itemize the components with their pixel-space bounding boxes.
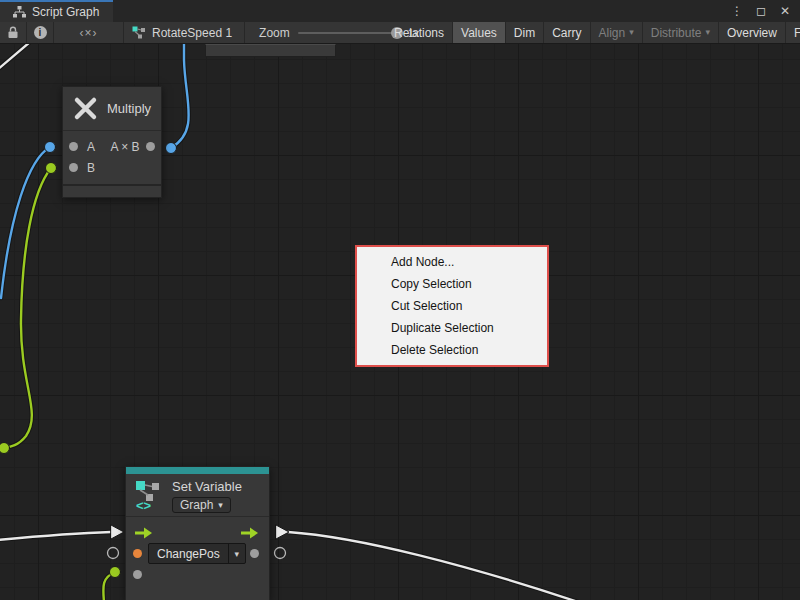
port-label-a: A (87, 140, 95, 154)
lock-icon (7, 26, 19, 39)
variable-name-port[interactable] (133, 549, 142, 558)
title-bar: Script Graph ⋮ ◻ ✕ (0, 0, 800, 22)
set-variable-node[interactable]: <> Set Variable Graph ▾ (125, 466, 270, 600)
variable-kind-dropdown[interactable]: Graph ▾ (172, 497, 231, 513)
graph-toolbar: i ‹×› RotateSpeed 1 Zoom 1x (0, 22, 800, 44)
window-menu-icon[interactable]: ⋮ (730, 0, 744, 22)
overview-button[interactable]: Overview (719, 22, 786, 43)
set-variable-node-footer (125, 587, 270, 600)
values-button[interactable]: Values (453, 22, 506, 43)
menu-item-delete-selection[interactable]: Delete Selection (357, 339, 547, 361)
script-graph-window: Script Graph ⋮ ◻ ✕ i ‹×› (0, 0, 800, 600)
full-screen-button[interactable]: Full Screen (786, 22, 800, 43)
wire-endpoint-blue (45, 142, 56, 153)
tab-title: Script Graph (32, 5, 99, 19)
empty-port-indicator (108, 548, 119, 559)
window-controls: ⋮ ◻ ✕ (730, 0, 800, 22)
align-button[interactable]: Align ▾ (591, 22, 643, 43)
wire-blue-input-a[interactable] (1, 147, 50, 298)
multiply-node-header[interactable]: Multiply (63, 87, 161, 130)
breadcrumb-label: RotateSpeed 1 (152, 26, 232, 40)
close-icon[interactable]: ✕ (778, 0, 792, 22)
chevron-down-icon: ▾ (705, 28, 710, 37)
flow-arrowhead-out (276, 525, 289, 539)
menu-item-add-node[interactable]: Add Node... (357, 251, 547, 273)
flow-arrowhead-in (111, 525, 124, 539)
code-view-icon: ‹×› (80, 26, 98, 40)
tab-script-graph[interactable]: Script Graph (0, 0, 113, 22)
port-label-b: B (87, 161, 95, 175)
carry-button[interactable]: Carry (544, 22, 590, 43)
info-button[interactable]: i (27, 22, 54, 43)
graph-tree-icon (13, 6, 26, 18)
maximize-icon[interactable]: ◻ (754, 0, 768, 22)
empty-port-indicator (275, 548, 286, 559)
port-label-result: A × B (104, 140, 146, 154)
toolbar-right-group: Relations Values Dim Carry Align ▾ Distr… (386, 22, 800, 43)
code-view-button[interactable]: ‹×› (54, 22, 124, 43)
graph-breadcrumb[interactable]: RotateSpeed 1 (124, 22, 245, 43)
control-output-arrow-icon[interactable] (241, 527, 258, 539)
distribute-button[interactable]: Distribute ▾ (643, 22, 719, 43)
context-menu: Add Node... Copy Selection Cut Selection… (355, 245, 549, 367)
wire-endpoint-blue (166, 143, 177, 154)
wire-green-input-b[interactable] (4, 168, 51, 448)
graph-canvas[interactable]: Multiply A A × B B (0, 44, 800, 600)
toolbar-left-group: i ‹×› RotateSpeed 1 Zoom 1x (0, 22, 419, 43)
menu-item-cut-selection[interactable]: Cut Selection (357, 295, 547, 317)
port-row: B (63, 157, 161, 178)
lock-button[interactable] (0, 22, 27, 43)
zoom-label: Zoom (259, 26, 290, 40)
graph-node-icon (132, 26, 146, 39)
multiply-node-body: A A × B B (63, 130, 161, 184)
menu-item-copy-selection[interactable]: Copy Selection (357, 273, 547, 295)
multiply-node[interactable]: Multiply A A × B B (62, 86, 162, 198)
control-input-arrow-icon[interactable] (135, 527, 152, 539)
chevron-down-icon: ▾ (629, 28, 634, 37)
info-icon: i (34, 26, 47, 39)
set-variable-icon: <> (135, 479, 165, 512)
set-variable-node-header[interactable]: <> Set Variable Graph ▾ (126, 474, 269, 516)
multiply-node-footer (63, 184, 161, 197)
zoom-slider[interactable] (298, 32, 400, 34)
chevron-down-icon: ▾ (228, 544, 245, 563)
multiply-icon (72, 95, 99, 122)
input-port-a[interactable] (69, 142, 78, 151)
output-port-result[interactable] (146, 142, 155, 151)
dim-button[interactable]: Dim (506, 22, 544, 43)
svg-text:<>: <> (136, 498, 152, 512)
node-accent-bar (126, 467, 269, 474)
wire-endpoint-green (110, 567, 121, 578)
input-port-b[interactable] (69, 163, 78, 172)
set-variable-node-body: ChangePos ▾ (126, 516, 269, 585)
node-title: Set Variable (172, 479, 242, 494)
wire-endpoint-green (46, 163, 57, 174)
node-title: Multiply (107, 101, 151, 116)
menu-item-duplicate-selection[interactable]: Duplicate Selection (357, 317, 547, 339)
variable-name-value: ChangePos (149, 544, 228, 563)
variable-name-dropdown[interactable]: ChangePos ▾ (148, 543, 246, 564)
relations-button[interactable]: Relations (386, 22, 453, 43)
value-input-port[interactable] (133, 570, 142, 579)
port-row: A A × B (63, 136, 161, 157)
wire-endpoint-green (0, 443, 10, 454)
set-variable-header-text: Set Variable Graph ▾ (172, 479, 242, 513)
chevron-down-icon: ▾ (218, 501, 223, 510)
value-output-port[interactable] (250, 549, 259, 558)
